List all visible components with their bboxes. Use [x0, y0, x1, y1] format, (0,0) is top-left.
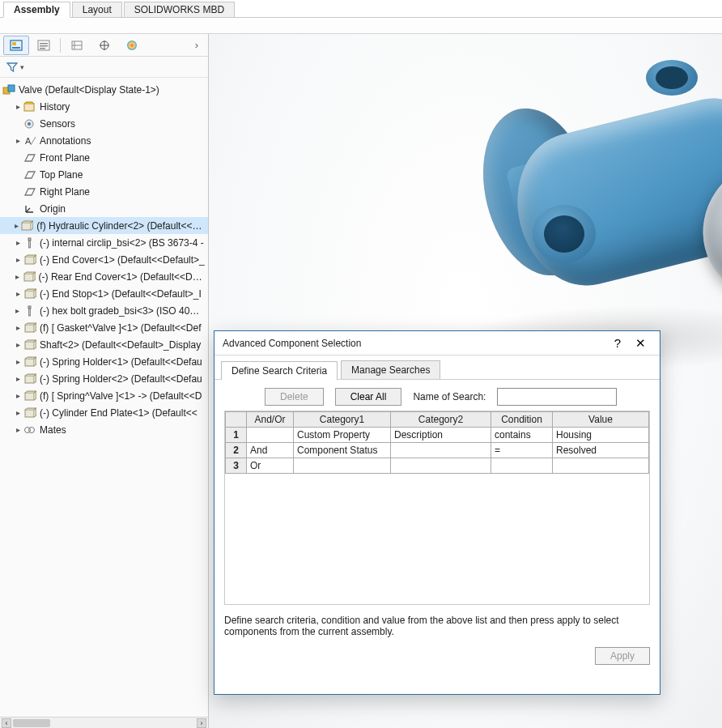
tree-item-label: Front Plane	[40, 152, 90, 164]
tree-caret-icon[interactable]: ▸	[13, 221, 19, 230]
tree-item[interactable]: ▸(-) End Stop<1> (Default<<Default>_I	[0, 285, 208, 302]
tree-item[interactable]: Sensors	[0, 115, 208, 132]
tab-define-search[interactable]: Define Search Criteria	[221, 361, 338, 380]
apply-button[interactable]: Apply	[595, 647, 650, 665]
grid-row[interactable]: 1Custom PropertyDescriptioncontainsHousi…	[226, 428, 649, 443]
tab-layout[interactable]: Layout	[72, 2, 122, 17]
filter-icon[interactable]	[5, 61, 19, 74]
cell-category1[interactable]	[294, 458, 391, 474]
tree-caret-icon[interactable]: ▸	[13, 374, 23, 383]
tree-horizontal-scrollbar[interactable]: ‹ ›	[0, 717, 208, 728]
tree-item[interactable]: ▸History	[0, 98, 208, 115]
mates-icon	[23, 424, 37, 436]
tree-caret-icon[interactable]: ▸	[13, 289, 23, 298]
part-icon	[23, 407, 37, 419]
row-number[interactable]: 1	[226, 428, 247, 443]
cell-andor[interactable]: Or	[247, 458, 294, 474]
tree-item[interactable]: ▸(f) [ Spring^Valve ]<1> -> (Default<<D	[0, 387, 208, 404]
svg-rect-27	[25, 325, 34, 332]
col-andor[interactable]: And/Or	[247, 412, 294, 428]
col-condition[interactable]: Condition	[491, 412, 553, 428]
tree-item[interactable]: ▸(f) Hydraulic Cylinder<2> (Default<<Def…	[0, 217, 208, 234]
panel-expand-icon[interactable]: ›	[189, 36, 205, 55]
tree-caret-icon[interactable]: ▸	[13, 306, 23, 315]
tree-item[interactable]: Front Plane	[0, 149, 208, 166]
cell-category2[interactable]: Description	[391, 428, 491, 443]
scroll-left-icon[interactable]: ‹	[2, 718, 11, 728]
tree-caret-icon[interactable]: ▸	[13, 408, 23, 417]
tree-item[interactable]: ▸(-) hex bolt gradeb_bsi<3> (ISO 4015 -	[0, 302, 208, 319]
name-of-search-input[interactable]	[497, 388, 617, 406]
delete-button[interactable]: Delete	[265, 388, 324, 406]
tree-item-label: (-) Cylinder End Plate<1> (Default<<	[40, 407, 197, 419]
cell-value[interactable]: Housing	[553, 428, 649, 443]
tree-item[interactable]: ▸Shaft<2> (Default<<Default>_Display	[0, 336, 208, 353]
cell-category2[interactable]	[391, 443, 491, 458]
grid-row[interactable]: 2AndComponent Status=Resolved	[226, 443, 649, 458]
tree-item[interactable]: Top Plane	[0, 166, 208, 183]
tree-item[interactable]: ▸(-) Spring Holder<1> (Default<<Defau	[0, 353, 208, 370]
tree-item[interactable]: ▸(-) internal circlip_bsi<2> (BS 3673-4 …	[0, 234, 208, 251]
dimxpert-manager-tab[interactable]	[91, 36, 117, 55]
cell-andor[interactable]: And	[247, 443, 294, 458]
col-value[interactable]: Value	[553, 412, 649, 428]
scroll-right-icon[interactable]: ›	[197, 718, 206, 728]
col-rownum[interactable]	[226, 412, 247, 428]
tree-caret-icon[interactable]: ▸	[13, 425, 23, 434]
part-icon	[23, 321, 37, 334]
tree-caret-icon[interactable]: ▸	[13, 357, 23, 366]
tree-caret-icon[interactable]: ▸	[13, 238, 23, 247]
svg-rect-2	[12, 47, 20, 49]
tree-caret-icon[interactable]: ▸	[13, 323, 23, 332]
grid-row[interactable]: 3Or	[226, 458, 649, 474]
dialog-titlebar[interactable]: Advanced Component Selection ? ✕	[214, 331, 660, 355]
tree-caret-icon[interactable]: ▸	[13, 136, 23, 145]
tree-caret-icon[interactable]: ▸	[13, 102, 23, 111]
tree-caret-icon[interactable]: ▸	[13, 391, 23, 400]
tree-item[interactable]: ▸(-) Rear End Cover<1> (Default<<Default…	[0, 268, 208, 285]
display-manager-tab[interactable]	[119, 36, 145, 55]
col-category1[interactable]: Category1	[294, 412, 391, 428]
scroll-thumb[interactable]	[13, 719, 50, 727]
feature-tree[interactable]: Valve (Default<Display State-1>) ▸Histor…	[0, 78, 208, 717]
svg-point-16	[28, 122, 31, 126]
tree-item[interactable]: Right Plane	[0, 183, 208, 200]
tab-mbd[interactable]: SOLIDWORKS MBD	[124, 2, 235, 17]
tree-item[interactable]: Origin	[0, 200, 208, 217]
configuration-manager-tab[interactable]	[64, 36, 90, 55]
tab-assembly[interactable]: Assembly	[3, 2, 70, 18]
tree-root[interactable]: Valve (Default<Display State-1>)	[0, 81, 208, 98]
cell-category2[interactable]	[391, 458, 491, 474]
cell-condition[interactable]	[491, 458, 553, 474]
cell-andor[interactable]	[247, 428, 294, 443]
dialog-close-button[interactable]: ✕	[629, 334, 652, 353]
tree-caret-icon[interactable]: ▸	[13, 340, 23, 349]
valve-model[interactable]	[452, 58, 722, 366]
tree-item[interactable]: ▸AAnnotations	[0, 132, 208, 149]
tree-item[interactable]: ▸Mates	[0, 421, 208, 438]
tree-item[interactable]: ▸(-) Cylinder End Plate<1> (Default<<	[0, 404, 208, 421]
clear-all-button[interactable]: Clear All	[335, 388, 402, 406]
property-manager-tab[interactable]	[31, 36, 57, 55]
cell-category1[interactable]: Custom Property	[294, 428, 391, 443]
cell-value[interactable]: Resolved	[553, 443, 649, 458]
tree-caret-icon[interactable]: ▸	[13, 255, 23, 264]
cell-category1[interactable]: Component Status	[294, 443, 391, 458]
filter-dropdown-icon[interactable]: ▾	[20, 63, 24, 71]
tree-item[interactable]: ▸(f) [ Gasket^Valve ]<1> (Default<<Def	[0, 319, 208, 336]
tab-manage-searches[interactable]: Manage Searches	[341, 360, 440, 379]
cell-condition[interactable]: =	[491, 443, 553, 458]
dialog-help-button[interactable]: ?	[606, 334, 629, 353]
feature-manager-tab[interactable]	[3, 36, 29, 55]
row-number[interactable]: 2	[226, 443, 247, 458]
col-category2[interactable]: Category2	[391, 412, 491, 428]
tree-caret-icon[interactable]: ▸	[13, 272, 22, 281]
criteria-grid[interactable]: And/Or Category1 Category2 Condition Val…	[225, 411, 649, 474]
tree-item[interactable]: ▸(-) Spring Holder<2> (Default<<Defau	[0, 370, 208, 387]
cell-condition[interactable]: contains	[491, 428, 553, 443]
cell-value[interactable]	[553, 458, 649, 474]
tree-item[interactable]: ▸(-) End Cover<1> (Default<<Default>_	[0, 251, 208, 268]
row-number[interactable]: 3	[226, 458, 247, 474]
panel-tabs: ›	[0, 34, 208, 57]
tree-item-label: Annotations	[40, 135, 91, 147]
